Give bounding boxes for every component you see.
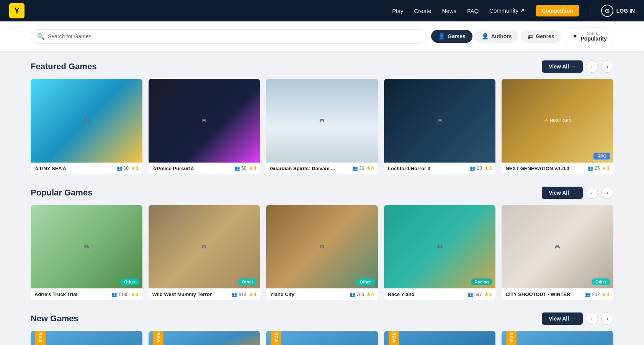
filter-authors-button[interactable]: 👤 Authors — [475, 30, 519, 43]
popular-title: Popular Games — [31, 188, 92, 198]
featured-next-arrow[interactable]: › — [601, 60, 613, 73]
rpg-badge: RPG — [593, 153, 610, 159]
featured-prev-arrow[interactable]: ‹ — [586, 60, 598, 73]
sort-button[interactable]: ▼ Sort By Popularity — [566, 28, 613, 45]
search-input[interactable] — [48, 33, 420, 39]
search-section: 🔍 👤 Games 👤 Authors 🏷 Genres ▼ Sort By P… — [0, 21, 644, 51]
game-info: NEXT GENERATION v.1.0.0👥25★3 — [502, 163, 613, 174]
nav-community[interactable]: Community ↗ — [489, 7, 525, 14]
game-info: Adrie's Truck Trial👥1195★3 — [31, 288, 142, 300]
login-label: LOG IN — [616, 8, 635, 14]
game-card[interactable]: 🎮☆TINY SEA☆👥60★3 — [31, 79, 142, 174]
popular-next-arrow[interactable]: › — [601, 187, 613, 199]
nav-divider — [590, 5, 590, 16]
genre-badge: Other — [592, 278, 610, 285]
popular-grid: 🎮OtherAdrie's Truck Trial👥1195★3🎮OtherWi… — [31, 205, 613, 301]
star-rating: ★4 — [366, 166, 374, 171]
game-card[interactable]: ⚡ NEXT GENRPGNEXT GENERATION v.1.0.0👥25★… — [502, 79, 613, 174]
competition-button[interactable]: Competition — [536, 5, 579, 16]
genre-badge: Racing — [471, 278, 493, 285]
featured-view-all[interactable]: View All → — [542, 60, 583, 73]
star-icon: ★ — [602, 292, 606, 297]
game-title: Guardian Spirits: Dalvani ... — [270, 166, 335, 171]
filter-genres-button[interactable]: 🏷 Genres — [521, 30, 561, 43]
star-rating: ★4 — [602, 292, 610, 297]
game-info: Guardian Spirits: Dalvani ...👥36★4 — [266, 163, 378, 174]
game-info: ☆Police Pursuit☆👥56★3 — [149, 163, 260, 174]
game-card[interactable]: NEWWhatever 3👥1★0 — [266, 331, 378, 345]
main-content: Featured Games View All → ‹ › 🎮☆TINY SEA… — [0, 51, 644, 345]
popular-view-all[interactable]: View All → — [542, 187, 583, 199]
star-rating: ★3 — [131, 166, 139, 171]
game-meta: 👥202★4 — [585, 292, 610, 297]
navbar: Y Play Create News FAQ Community ↗ Compe… — [0, 0, 644, 21]
game-card[interactable]: 🎮OtherYland City👥705★4 — [266, 205, 378, 301]
player-count: 👥813 — [232, 292, 246, 297]
nav-play[interactable]: Play — [392, 8, 403, 14]
authors-icon: 👤 — [482, 33, 489, 40]
player-count: 👥705 — [350, 292, 364, 297]
game-meta: 👥597★2 — [467, 292, 492, 297]
featured-controls: View All → ‹ › — [542, 60, 613, 73]
star-icon: ★ — [249, 292, 253, 297]
players-icon: 👥 — [117, 166, 123, 171]
game-card[interactable]: 🎮RacingRace Yland👥597★2 — [384, 205, 496, 301]
game-meta: 👥60★3 — [117, 166, 139, 171]
sort-icon: ▼ — [572, 33, 578, 39]
game-info: Lochford Horror 3👥23★3 — [384, 163, 496, 174]
players-icon: 👥 — [585, 292, 591, 297]
player-count: 👥25 — [588, 166, 600, 171]
site-logo[interactable]: Y — [9, 3, 25, 18]
game-title: ☆TINY SEA☆ — [34, 166, 67, 171]
game-card[interactable]: NEWWhatever 2👥0★0 — [384, 331, 496, 345]
game-title: Yland City — [270, 291, 294, 297]
popular-controls: View All → ‹ › — [542, 187, 613, 199]
players-icon: 👥 — [111, 292, 117, 297]
filter-games-button[interactable]: 👤 Games — [431, 30, 472, 43]
star-icon: ★ — [366, 166, 371, 171]
game-meta: 👥705★4 — [350, 292, 374, 297]
popular-section: Popular Games View All → ‹ › 🎮OtherAdrie… — [31, 187, 613, 301]
game-card[interactable]: NEWbarrier scenario 1👥0★0 — [502, 331, 613, 345]
nav-faq[interactable]: FAQ — [467, 8, 479, 14]
new-header: New Games View All → ‹ › — [31, 312, 613, 325]
player-count: 👥36 — [352, 166, 364, 171]
game-card[interactable]: NEWvavalenflowers👥0★0 — [31, 331, 142, 345]
new-view-all[interactable]: View All → — [542, 312, 583, 325]
game-card[interactable]: 🎮☆Police Pursuit☆👥56★3 — [149, 79, 260, 174]
nav-create[interactable]: Create — [414, 8, 432, 14]
player-count: 👥60 — [117, 166, 129, 171]
game-title: Race Yland — [388, 291, 415, 297]
game-card[interactable]: 🎮OtherAdrie's Truck Trial👥1195★3 — [31, 205, 142, 301]
players-icon: 👥 — [350, 292, 355, 297]
game-card[interactable]: 🎮OtherWild West Mummy Terror👥813★4 — [149, 205, 260, 301]
login-button[interactable]: ⊙ LOG IN — [601, 5, 635, 17]
new-badge: NEW — [389, 331, 399, 345]
new-prev-arrow[interactable]: ‹ — [586, 312, 598, 325]
game-card[interactable]: 🎮Lochford Horror 3👥23★3 — [384, 79, 496, 174]
players-icon: 👥 — [352, 166, 358, 171]
nav-news[interactable]: News — [442, 8, 457, 14]
genres-icon: 🏷 — [528, 33, 533, 40]
game-meta: 👥1195★3 — [111, 292, 138, 297]
star-icon: ★ — [131, 166, 135, 171]
new-badge: NEW — [271, 331, 281, 345]
new-badge: NEW — [506, 331, 517, 345]
new-next-arrow[interactable]: › — [601, 312, 613, 325]
game-card[interactable]: 🎮OtherCITY SHOOTOUT - WINTER👥202★4 — [502, 205, 613, 301]
game-info: Yland City👥705★4 — [266, 288, 378, 300]
player-count: 👥202 — [585, 292, 600, 297]
game-meta: 👥25★3 — [588, 166, 610, 171]
player-count: 👥597 — [467, 292, 482, 297]
popular-prev-arrow[interactable]: ‹ — [586, 187, 598, 199]
popular-header: Popular Games View All → ‹ › — [31, 187, 613, 199]
player-count: 👥23 — [470, 166, 482, 171]
search-input-wrap[interactable]: 🔍 — [31, 29, 427, 44]
player-count: 👥56 — [234, 166, 246, 171]
star-rating: ★2 — [484, 292, 492, 297]
game-title: Lochford Horror 3 — [388, 166, 430, 171]
game-card[interactable]: 🎮Guardian Spirits: Dalvani ...👥36★4 — [266, 79, 378, 174]
game-card[interactable]: NEWSpawning all entities RC👥1★0 — [149, 331, 260, 345]
new-grid: NEWvavalenflowers👥0★0 NEWSpawning all en… — [31, 331, 613, 345]
star-icon: ★ — [131, 292, 135, 297]
